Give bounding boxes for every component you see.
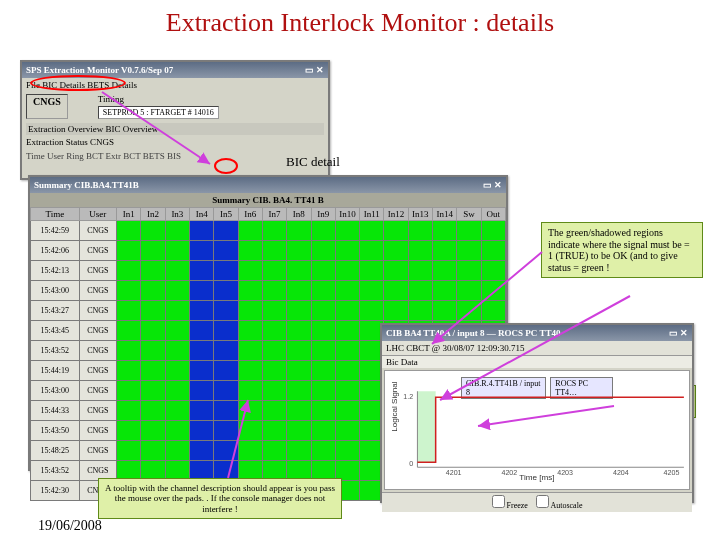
status-cell[interactable] [262,321,286,341]
status-cell[interactable] [457,221,481,241]
freeze-checkbox[interactable]: Freeze [492,495,528,510]
plot-area[interactable]: CIB.R.4.TT41B / input 8 ROCS PC TT4… Log… [384,370,690,490]
autoscale-checkbox[interactable]: Autoscale [536,495,583,510]
status-cell[interactable] [165,281,189,301]
status-cell[interactable] [238,361,262,381]
status-cell[interactable] [238,301,262,321]
window-controls[interactable]: ▭ ✕ [305,65,324,75]
status-cell[interactable] [141,381,165,401]
status-cell[interactable] [481,261,505,281]
status-cell[interactable] [141,241,165,261]
status-cell[interactable] [238,401,262,421]
status-cell[interactable] [117,301,141,321]
status-cell[interactable] [408,301,432,321]
status-cell[interactable] [311,281,335,301]
status-cell[interactable] [384,221,408,241]
status-cell[interactable] [117,321,141,341]
status-cell[interactable] [433,241,457,261]
status-cell[interactable] [141,401,165,421]
status-cell[interactable] [190,281,214,301]
status-cell[interactable] [214,241,238,261]
status-cell[interactable] [190,421,214,441]
status-cell[interactable] [214,281,238,301]
status-cell[interactable] [190,401,214,421]
status-cell[interactable] [190,441,214,461]
status-cell[interactable] [311,301,335,321]
status-cell[interactable] [117,241,141,261]
status-cell[interactable] [214,321,238,341]
status-cell[interactable] [287,261,311,281]
status-cell[interactable] [335,421,359,441]
status-cell[interactable] [262,241,286,261]
status-cell[interactable] [214,381,238,401]
status-cell[interactable] [165,401,189,421]
status-cell[interactable] [214,341,238,361]
status-cell[interactable] [141,221,165,241]
status-cell[interactable] [165,221,189,241]
status-cell[interactable] [287,441,311,461]
status-cell[interactable] [214,401,238,421]
status-cell[interactable] [141,281,165,301]
status-cell[interactable] [311,401,335,421]
status-cell[interactable] [311,241,335,261]
status-cell[interactable] [481,241,505,261]
status-cell[interactable] [190,221,214,241]
summary-titlebar[interactable]: Summary CIB.BA4.TT41B ▭ ✕ [30,177,506,193]
status-cell[interactable] [141,361,165,381]
status-cell[interactable] [165,381,189,401]
status-cell[interactable] [311,321,335,341]
table-row[interactable]: 15:42:06CNGS [31,241,506,261]
status-cell[interactable] [384,241,408,261]
status-cell[interactable] [360,241,384,261]
status-cell[interactable] [214,261,238,281]
status-cell[interactable] [457,281,481,301]
status-cell[interactable] [190,241,214,261]
status-cell[interactable] [408,221,432,241]
status-cell[interactable] [457,261,481,281]
status-cell[interactable] [238,441,262,461]
status-cell[interactable] [384,301,408,321]
status-cell[interactable] [287,381,311,401]
status-cell[interactable] [165,261,189,281]
status-cell[interactable] [190,361,214,381]
status-cell[interactable] [117,221,141,241]
status-cell[interactable] [165,241,189,261]
status-cell[interactable] [117,441,141,461]
table-row[interactable]: 15:43:27CNGS [31,301,506,321]
status-cell[interactable] [457,241,481,261]
status-cell[interactable] [214,361,238,381]
status-cell[interactable] [287,341,311,361]
status-cell[interactable] [117,281,141,301]
status-cell[interactable] [360,301,384,321]
status-cell[interactable] [117,421,141,441]
status-cell[interactable] [433,281,457,301]
status-cell[interactable] [190,301,214,321]
status-cell[interactable] [384,261,408,281]
status-cell[interactable] [408,261,432,281]
status-cell[interactable] [287,321,311,341]
status-cell[interactable] [141,301,165,321]
status-cell[interactable] [360,281,384,301]
status-cell[interactable] [481,301,505,321]
status-cell[interactable] [165,421,189,441]
status-cell[interactable] [214,421,238,441]
status-cell[interactable] [433,261,457,281]
status-cell[interactable] [311,421,335,441]
status-cell[interactable] [408,281,432,301]
table-row[interactable]: 15:43:00CNGS [31,281,506,301]
status-cell[interactable] [262,281,286,301]
status-cell[interactable] [360,221,384,241]
status-cell[interactable] [311,361,335,381]
status-cell[interactable] [262,301,286,321]
overview-tabs[interactable]: Extraction Overview BIC Overview [26,123,324,135]
status-cell[interactable] [262,421,286,441]
plot-window-controls[interactable]: ▭ ✕ [669,328,688,338]
status-cell[interactable] [165,361,189,381]
status-cell[interactable] [287,301,311,321]
status-cell[interactable] [335,221,359,241]
status-cell[interactable] [117,261,141,281]
status-cell[interactable] [360,261,384,281]
status-cell[interactable] [238,281,262,301]
status-cell[interactable] [335,241,359,261]
status-cell[interactable] [384,281,408,301]
